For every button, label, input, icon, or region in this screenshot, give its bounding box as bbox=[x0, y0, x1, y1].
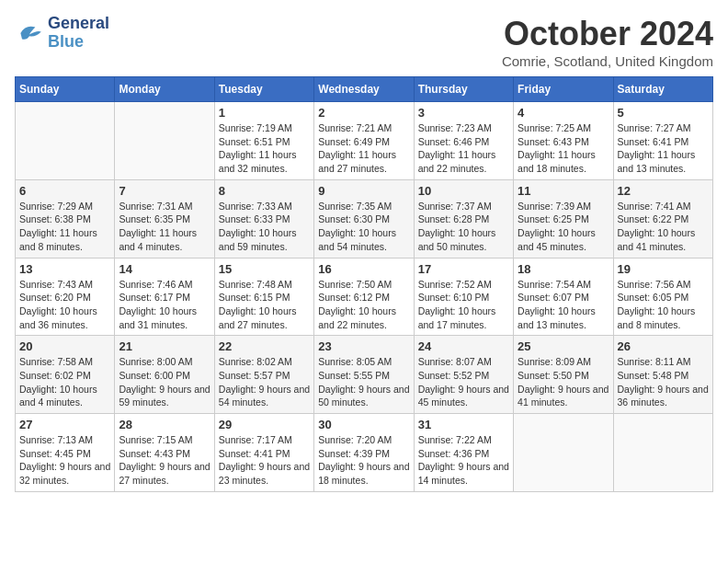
header-day-thursday: Thursday bbox=[414, 77, 513, 102]
calendar-cell: 5Sunrise: 7:27 AM Sunset: 6:41 PM Daylig… bbox=[613, 102, 712, 180]
day-number: 23 bbox=[318, 339, 409, 353]
header-day-tuesday: Tuesday bbox=[214, 77, 313, 102]
day-number: 24 bbox=[418, 339, 509, 353]
calendar-cell: 13Sunrise: 7:43 AM Sunset: 6:20 PM Dayli… bbox=[16, 258, 115, 336]
day-number: 19 bbox=[618, 262, 709, 276]
calendar-cell: 22Sunrise: 8:02 AM Sunset: 5:57 PM Dayli… bbox=[214, 336, 313, 414]
calendar-cell: 12Sunrise: 7:41 AM Sunset: 6:22 PM Dayli… bbox=[613, 179, 712, 258]
day-number: 16 bbox=[318, 262, 409, 276]
day-info: Sunrise: 8:11 AM Sunset: 5:48 PM Dayligh… bbox=[618, 355, 709, 409]
header-day-wednesday: Wednesday bbox=[314, 77, 414, 102]
day-number: 26 bbox=[618, 339, 709, 353]
calendar-cell: 26Sunrise: 8:11 AM Sunset: 5:48 PM Dayli… bbox=[613, 336, 712, 414]
day-info: Sunrise: 7:13 AM Sunset: 4:45 PM Dayligh… bbox=[19, 433, 110, 488]
day-info: Sunrise: 7:25 AM Sunset: 6:43 PM Dayligh… bbox=[518, 121, 609, 176]
day-info: Sunrise: 7:29 AM Sunset: 6:38 PM Dayligh… bbox=[19, 200, 110, 254]
day-info: Sunrise: 7:31 AM Sunset: 6:35 PM Dayligh… bbox=[119, 200, 210, 254]
calendar-cell: 11Sunrise: 7:39 AM Sunset: 6:25 PM Dayli… bbox=[514, 179, 613, 258]
day-info: Sunrise: 7:15 AM Sunset: 4:43 PM Dayligh… bbox=[119, 433, 210, 488]
calendar-cell bbox=[16, 102, 115, 180]
calendar-cell: 19Sunrise: 7:56 AM Sunset: 6:05 PM Dayli… bbox=[613, 258, 712, 336]
calendar-cell: 1Sunrise: 7:19 AM Sunset: 6:51 PM Daylig… bbox=[214, 102, 313, 180]
day-number: 4 bbox=[518, 106, 609, 120]
day-info: Sunrise: 7:48 AM Sunset: 6:15 PM Dayligh… bbox=[219, 278, 310, 332]
day-info: Sunrise: 7:21 AM Sunset: 6:49 PM Dayligh… bbox=[318, 121, 409, 176]
calendar-cell: 23Sunrise: 8:05 AM Sunset: 5:55 PM Dayli… bbox=[314, 336, 414, 414]
day-number: 18 bbox=[518, 262, 609, 276]
calendar-cell: 7Sunrise: 7:31 AM Sunset: 6:35 PM Daylig… bbox=[115, 179, 214, 258]
day-number: 12 bbox=[618, 184, 709, 198]
week-row-4: 20Sunrise: 7:58 AM Sunset: 6:02 PM Dayli… bbox=[16, 336, 713, 414]
day-number: 28 bbox=[119, 418, 210, 431]
calendar-table: SundayMondayTuesdayWednesdayThursdayFrid… bbox=[15, 76, 713, 492]
calendar-cell bbox=[514, 414, 613, 492]
week-row-1: 1Sunrise: 7:19 AM Sunset: 6:51 PM Daylig… bbox=[16, 102, 713, 180]
calendar-cell: 15Sunrise: 7:48 AM Sunset: 6:15 PM Dayli… bbox=[214, 258, 313, 336]
day-info: Sunrise: 7:52 AM Sunset: 6:10 PM Dayligh… bbox=[418, 278, 509, 332]
calendar-cell: 29Sunrise: 7:17 AM Sunset: 4:41 PM Dayli… bbox=[214, 414, 313, 492]
calendar-cell: 24Sunrise: 8:07 AM Sunset: 5:52 PM Dayli… bbox=[414, 336, 513, 414]
header-row: SundayMondayTuesdayWednesdayThursdayFrid… bbox=[16, 77, 713, 102]
calendar-cell: 6Sunrise: 7:29 AM Sunset: 6:38 PM Daylig… bbox=[16, 179, 115, 258]
header-day-sunday: Sunday bbox=[16, 77, 115, 102]
day-number: 17 bbox=[418, 262, 509, 276]
day-info: Sunrise: 8:02 AM Sunset: 5:57 PM Dayligh… bbox=[219, 355, 310, 409]
day-number: 22 bbox=[219, 339, 310, 353]
day-number: 10 bbox=[418, 184, 509, 198]
day-number: 13 bbox=[19, 262, 110, 276]
calendar-cell: 21Sunrise: 8:00 AM Sunset: 6:00 PM Dayli… bbox=[115, 336, 214, 414]
calendar-header: SundayMondayTuesdayWednesdayThursdayFrid… bbox=[16, 77, 713, 102]
calendar-cell: 28Sunrise: 7:15 AM Sunset: 4:43 PM Dayli… bbox=[115, 414, 214, 492]
day-info: Sunrise: 7:35 AM Sunset: 6:30 PM Dayligh… bbox=[318, 200, 409, 254]
day-number: 8 bbox=[219, 184, 310, 198]
day-number: 20 bbox=[19, 339, 110, 353]
calendar-cell: 8Sunrise: 7:33 AM Sunset: 6:33 PM Daylig… bbox=[214, 179, 313, 258]
day-info: Sunrise: 7:33 AM Sunset: 6:33 PM Dayligh… bbox=[219, 200, 310, 254]
day-number: 1 bbox=[219, 106, 310, 120]
day-info: Sunrise: 7:37 AM Sunset: 6:28 PM Dayligh… bbox=[418, 200, 509, 254]
day-info: Sunrise: 8:09 AM Sunset: 5:50 PM Dayligh… bbox=[518, 355, 609, 409]
week-row-3: 13Sunrise: 7:43 AM Sunset: 6:20 PM Dayli… bbox=[16, 258, 713, 336]
calendar-cell: 30Sunrise: 7:20 AM Sunset: 4:39 PM Dayli… bbox=[314, 414, 414, 492]
day-number: 15 bbox=[219, 262, 310, 276]
day-number: 3 bbox=[418, 106, 509, 120]
week-row-2: 6Sunrise: 7:29 AM Sunset: 6:38 PM Daylig… bbox=[16, 179, 713, 258]
logo-line1: General bbox=[48, 15, 109, 33]
calendar-cell bbox=[613, 414, 712, 492]
calendar-cell: 20Sunrise: 7:58 AM Sunset: 6:02 PM Dayli… bbox=[16, 336, 115, 414]
calendar-cell: 3Sunrise: 7:23 AM Sunset: 6:46 PM Daylig… bbox=[414, 102, 513, 180]
logo-line2: Blue bbox=[48, 33, 109, 52]
calendar-cell: 27Sunrise: 7:13 AM Sunset: 4:45 PM Dayli… bbox=[16, 414, 115, 492]
calendar-cell: 31Sunrise: 7:22 AM Sunset: 4:36 PM Dayli… bbox=[414, 414, 513, 492]
day-number: 7 bbox=[119, 184, 210, 198]
logo: General Blue bbox=[15, 15, 109, 52]
calendar-cell: 9Sunrise: 7:35 AM Sunset: 6:30 PM Daylig… bbox=[314, 179, 414, 258]
calendar-cell: 10Sunrise: 7:37 AM Sunset: 6:28 PM Dayli… bbox=[414, 179, 513, 258]
day-info: Sunrise: 7:39 AM Sunset: 6:25 PM Dayligh… bbox=[518, 200, 609, 254]
day-info: Sunrise: 8:07 AM Sunset: 5:52 PM Dayligh… bbox=[418, 355, 509, 409]
header-day-saturday: Saturday bbox=[613, 77, 712, 102]
day-number: 27 bbox=[19, 418, 110, 431]
day-info: Sunrise: 7:50 AM Sunset: 6:12 PM Dayligh… bbox=[318, 278, 409, 332]
day-number: 25 bbox=[518, 339, 609, 353]
day-info: Sunrise: 7:17 AM Sunset: 4:41 PM Dayligh… bbox=[219, 433, 310, 488]
day-info: Sunrise: 7:54 AM Sunset: 6:07 PM Dayligh… bbox=[518, 278, 609, 332]
calendar-cell: 14Sunrise: 7:46 AM Sunset: 6:17 PM Dayli… bbox=[115, 258, 214, 336]
day-info: Sunrise: 7:41 AM Sunset: 6:22 PM Dayligh… bbox=[618, 200, 709, 254]
calendar-cell: 4Sunrise: 7:25 AM Sunset: 6:43 PM Daylig… bbox=[514, 102, 613, 180]
title-block: October 2024 Comrie, Scotland, United Ki… bbox=[502, 15, 713, 69]
calendar-cell: 25Sunrise: 8:09 AM Sunset: 5:50 PM Dayli… bbox=[514, 336, 613, 414]
day-number: 29 bbox=[219, 418, 310, 431]
day-info: Sunrise: 7:46 AM Sunset: 6:17 PM Dayligh… bbox=[119, 278, 210, 332]
day-number: 21 bbox=[119, 339, 210, 353]
header-day-monday: Monday bbox=[115, 77, 214, 102]
month-title: October 2024 bbox=[502, 15, 713, 53]
calendar-cell: 2Sunrise: 7:21 AM Sunset: 6:49 PM Daylig… bbox=[314, 102, 414, 180]
day-info: Sunrise: 7:27 AM Sunset: 6:41 PM Dayligh… bbox=[618, 121, 709, 176]
day-info: Sunrise: 8:00 AM Sunset: 6:00 PM Dayligh… bbox=[119, 355, 210, 409]
day-number: 9 bbox=[318, 184, 409, 198]
day-number: 11 bbox=[518, 184, 609, 198]
week-row-5: 27Sunrise: 7:13 AM Sunset: 4:45 PM Dayli… bbox=[16, 414, 713, 492]
day-info: Sunrise: 7:43 AM Sunset: 6:20 PM Dayligh… bbox=[19, 278, 110, 332]
day-number: 30 bbox=[318, 418, 409, 431]
